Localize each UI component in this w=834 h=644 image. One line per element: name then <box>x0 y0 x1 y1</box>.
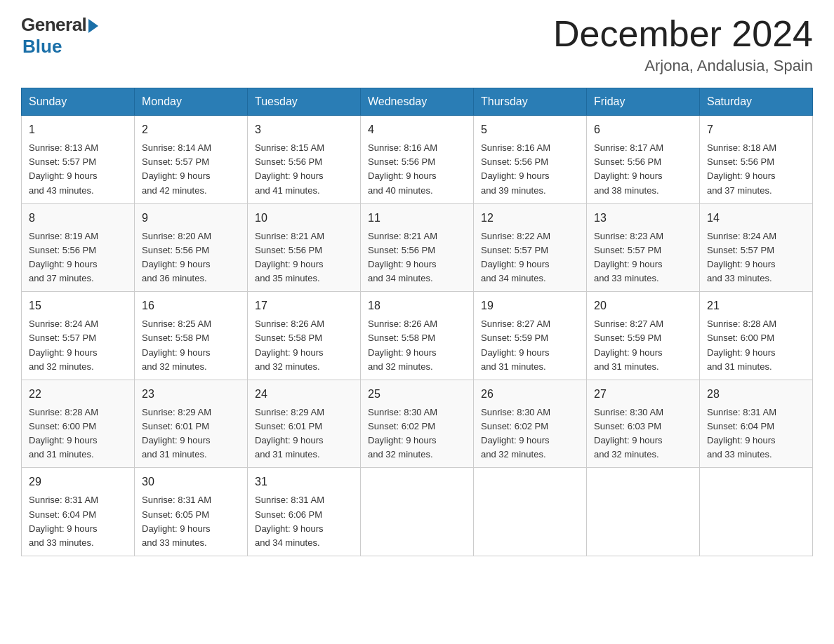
day-number: 13 <box>594 210 692 227</box>
logo-blue-text: Blue <box>22 36 62 58</box>
day-info: Sunrise: 8:29 AMSunset: 6:01 PMDaylight:… <box>142 405 240 462</box>
day-number: 3 <box>255 121 353 138</box>
calendar-cell: 8 Sunrise: 8:19 AMSunset: 5:56 PMDayligh… <box>22 203 135 292</box>
calendar-header-sunday: Sunday <box>22 88 135 116</box>
day-info: Sunrise: 8:30 AMSunset: 6:03 PMDaylight:… <box>594 405 692 462</box>
calendar-table: SundayMondayTuesdayWednesdayThursdayFrid… <box>21 88 813 556</box>
day-info: Sunrise: 8:22 AMSunset: 5:57 PMDaylight:… <box>481 229 579 286</box>
calendar-cell: 25 Sunrise: 8:30 AMSunset: 6:02 PMDaylig… <box>361 380 474 468</box>
day-info: Sunrise: 8:18 AMSunset: 5:56 PMDaylight:… <box>707 141 805 198</box>
day-number: 29 <box>29 474 127 490</box>
calendar-week-row: 29 Sunrise: 8:31 AMSunset: 6:04 PMDaylig… <box>22 468 813 556</box>
day-number: 20 <box>594 297 692 314</box>
calendar-header-thursday: Thursday <box>474 88 587 116</box>
calendar-header-row: SundayMondayTuesdayWednesdayThursdayFrid… <box>22 88 813 116</box>
calendar-cell <box>361 468 474 556</box>
calendar-cell: 1 Sunrise: 8:13 AMSunset: 5:57 PMDayligh… <box>22 116 135 204</box>
day-info: Sunrise: 8:30 AMSunset: 6:02 PMDaylight:… <box>481 405 579 462</box>
calendar-cell <box>700 468 813 556</box>
day-info: Sunrise: 8:30 AMSunset: 6:02 PMDaylight:… <box>368 405 466 462</box>
calendar-cell: 12 Sunrise: 8:22 AMSunset: 5:57 PMDaylig… <box>474 203 587 292</box>
calendar-title: December 2024 <box>553 14 813 54</box>
day-info: Sunrise: 8:26 AMSunset: 5:58 PMDaylight:… <box>368 317 466 374</box>
day-number: 24 <box>255 386 353 403</box>
day-info: Sunrise: 8:20 AMSunset: 5:56 PMDaylight:… <box>142 229 240 286</box>
calendar-cell <box>587 468 700 556</box>
calendar-cell: 27 Sunrise: 8:30 AMSunset: 6:03 PMDaylig… <box>587 380 700 468</box>
day-info: Sunrise: 8:27 AMSunset: 5:59 PMDaylight:… <box>481 317 579 374</box>
day-info: Sunrise: 8:26 AMSunset: 5:58 PMDaylight:… <box>255 317 353 374</box>
calendar-cell: 31 Sunrise: 8:31 AMSunset: 6:06 PMDaylig… <box>248 468 361 556</box>
calendar-cell: 30 Sunrise: 8:31 AMSunset: 6:05 PMDaylig… <box>135 468 248 556</box>
calendar-cell: 23 Sunrise: 8:29 AMSunset: 6:01 PMDaylig… <box>135 380 248 468</box>
day-info: Sunrise: 8:31 AMSunset: 6:06 PMDaylight:… <box>255 493 353 550</box>
day-number: 1 <box>29 121 127 138</box>
day-number: 12 <box>481 210 579 227</box>
day-info: Sunrise: 8:21 AMSunset: 5:56 PMDaylight:… <box>255 229 353 286</box>
day-info: Sunrise: 8:23 AMSunset: 5:57 PMDaylight:… <box>594 229 692 286</box>
day-info: Sunrise: 8:28 AMSunset: 6:00 PMDaylight:… <box>29 405 127 462</box>
day-number: 22 <box>29 386 127 403</box>
calendar-header-friday: Friday <box>587 88 700 116</box>
calendar-cell: 26 Sunrise: 8:30 AMSunset: 6:02 PMDaylig… <box>474 380 587 468</box>
day-info: Sunrise: 8:29 AMSunset: 6:01 PMDaylight:… <box>255 405 353 462</box>
calendar-cell: 20 Sunrise: 8:27 AMSunset: 5:59 PMDaylig… <box>587 292 700 380</box>
day-info: Sunrise: 8:16 AMSunset: 5:56 PMDaylight:… <box>481 141 579 198</box>
day-number: 18 <box>368 297 466 314</box>
title-block: December 2024 Arjona, Andalusia, Spain <box>553 14 813 75</box>
page-header: General Blue December 2024 Arjona, Andal… <box>21 14 813 75</box>
calendar-week-row: 1 Sunrise: 8:13 AMSunset: 5:57 PMDayligh… <box>22 116 813 204</box>
calendar-cell: 28 Sunrise: 8:31 AMSunset: 6:04 PMDaylig… <box>700 380 813 468</box>
calendar-cell: 3 Sunrise: 8:15 AMSunset: 5:56 PMDayligh… <box>248 116 361 204</box>
calendar-cell <box>474 468 587 556</box>
calendar-cell: 22 Sunrise: 8:28 AMSunset: 6:00 PMDaylig… <box>22 380 135 468</box>
day-info: Sunrise: 8:31 AMSunset: 6:04 PMDaylight:… <box>707 405 805 462</box>
day-number: 7 <box>707 121 805 138</box>
day-number: 25 <box>368 386 466 403</box>
day-info: Sunrise: 8:28 AMSunset: 6:00 PMDaylight:… <box>707 317 805 374</box>
calendar-cell: 10 Sunrise: 8:21 AMSunset: 5:56 PMDaylig… <box>248 203 361 292</box>
day-number: 27 <box>594 386 692 403</box>
day-number: 23 <box>142 386 240 403</box>
calendar-cell: 24 Sunrise: 8:29 AMSunset: 6:01 PMDaylig… <box>248 380 361 468</box>
calendar-cell: 18 Sunrise: 8:26 AMSunset: 5:58 PMDaylig… <box>361 292 474 380</box>
calendar-cell: 21 Sunrise: 8:28 AMSunset: 6:00 PMDaylig… <box>700 292 813 380</box>
day-number: 9 <box>142 210 240 227</box>
calendar-cell: 14 Sunrise: 8:24 AMSunset: 5:57 PMDaylig… <box>700 203 813 292</box>
day-number: 21 <box>707 297 805 314</box>
day-info: Sunrise: 8:13 AMSunset: 5:57 PMDaylight:… <box>29 141 127 198</box>
calendar-header-wednesday: Wednesday <box>361 88 474 116</box>
calendar-header-tuesday: Tuesday <box>248 88 361 116</box>
day-number: 30 <box>142 474 240 490</box>
calendar-location: Arjona, Andalusia, Spain <box>553 57 813 75</box>
day-number: 19 <box>481 297 579 314</box>
day-info: Sunrise: 8:24 AMSunset: 5:57 PMDaylight:… <box>707 229 805 286</box>
calendar-week-row: 15 Sunrise: 8:24 AMSunset: 5:57 PMDaylig… <box>22 292 813 380</box>
day-number: 5 <box>481 121 579 138</box>
calendar-cell: 29 Sunrise: 8:31 AMSunset: 6:04 PMDaylig… <box>22 468 135 556</box>
day-number: 26 <box>481 386 579 403</box>
logo: General Blue <box>21 14 98 58</box>
calendar-cell: 6 Sunrise: 8:17 AMSunset: 5:56 PMDayligh… <box>587 116 700 204</box>
day-number: 15 <box>29 297 127 314</box>
day-info: Sunrise: 8:19 AMSunset: 5:56 PMDaylight:… <box>29 229 127 286</box>
day-info: Sunrise: 8:17 AMSunset: 5:56 PMDaylight:… <box>594 141 692 198</box>
calendar-header-saturday: Saturday <box>700 88 813 116</box>
day-info: Sunrise: 8:16 AMSunset: 5:56 PMDaylight:… <box>368 141 466 198</box>
day-number: 14 <box>707 210 805 227</box>
calendar-cell: 15 Sunrise: 8:24 AMSunset: 5:57 PMDaylig… <box>22 292 135 380</box>
calendar-cell: 19 Sunrise: 8:27 AMSunset: 5:59 PMDaylig… <box>474 292 587 380</box>
day-number: 4 <box>368 121 466 138</box>
day-info: Sunrise: 8:27 AMSunset: 5:59 PMDaylight:… <box>594 317 692 374</box>
day-number: 17 <box>255 297 353 314</box>
day-info: Sunrise: 8:31 AMSunset: 6:04 PMDaylight:… <box>29 493 127 550</box>
day-number: 10 <box>255 210 353 227</box>
calendar-cell: 11 Sunrise: 8:21 AMSunset: 5:56 PMDaylig… <box>361 203 474 292</box>
day-number: 11 <box>368 210 466 227</box>
calendar-cell: 17 Sunrise: 8:26 AMSunset: 5:58 PMDaylig… <box>248 292 361 380</box>
day-number: 8 <box>29 210 127 227</box>
calendar-cell: 2 Sunrise: 8:14 AMSunset: 5:57 PMDayligh… <box>135 116 248 204</box>
day-info: Sunrise: 8:21 AMSunset: 5:56 PMDaylight:… <box>368 229 466 286</box>
calendar-week-row: 8 Sunrise: 8:19 AMSunset: 5:56 PMDayligh… <box>22 203 813 292</box>
day-info: Sunrise: 8:14 AMSunset: 5:57 PMDaylight:… <box>142 141 240 198</box>
